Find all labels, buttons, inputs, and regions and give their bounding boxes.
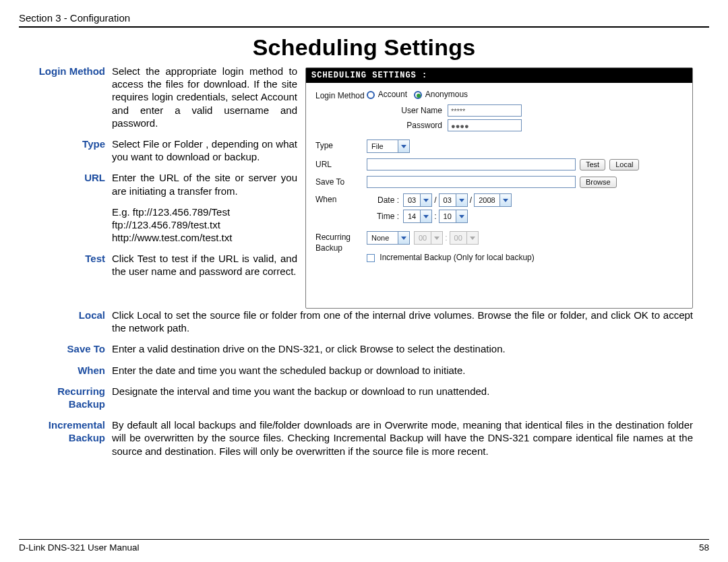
radio-account-label: Account [378,90,407,99]
incremental-checkbox[interactable] [367,254,375,262]
term-saveto: Save To [19,342,112,355]
radio-anonymous[interactable] [414,91,422,99]
date-dd-select[interactable]: 03 [439,193,468,207]
ss-saveto-label: Save To [315,176,367,188]
page-number: 58 [699,542,709,553]
body-local: Click Local to set the source file or fo… [112,309,693,334]
def-url-eg: E.g. ftp://123.456.789/Test ftp://123.45… [19,206,297,245]
header-section: Section 3 - Configuration [19,12,709,24]
time-mm-select[interactable]: 10 [439,210,468,223]
def-type: Type Select File or Folder , depending o… [19,137,297,163]
hr-bottom [19,539,709,540]
def-test: Test Click Test to test if the URL is va… [19,252,297,278]
body-test: Click Test to test if the URL is valid, … [112,252,297,278]
def-recurring: Recurring Backup Designate the interval … [19,385,693,410]
ss-type-label: Type [315,139,367,152]
ss-recurring-label: Recurring Backup [315,231,367,253]
recurring-hh-select: 00 [414,231,443,245]
type-select[interactable]: File [367,139,410,153]
body-url-eg: E.g. ftp://123.456.789/Test ftp://123.45… [112,206,297,245]
def-local: Local Click Local to set the source file… [19,309,693,334]
recurring-mm-select: 00 [450,231,479,245]
username-label: User Name [367,106,448,115]
body-saveto: Enter a valid destination drive on the D… [112,342,693,355]
url-input[interactable] [367,158,576,170]
screenshot-title: SCHEDULING SETTINGS : [306,68,692,83]
term-url: URL [19,171,112,197]
term-recurring: Recurring Backup [19,385,112,410]
def-when: When Enter the date and time you want th… [19,364,693,377]
local-button[interactable]: Local [609,159,639,170]
term-test: Test [19,252,112,278]
body-url: Enter the URL of the site or server you … [112,171,297,197]
incremental-label: Incremental Backup (Only for local backu… [380,253,534,262]
recurring-select[interactable]: None [367,231,410,245]
body-type: Select File or Folder , depending on wha… [112,137,297,163]
date-yy-select[interactable]: 2008 [474,193,511,207]
body-recurring: Designate the interval and time you want… [112,385,693,410]
radio-account[interactable] [367,91,375,99]
screenshot-panel: SCHEDULING SETTINGS : Login Method Accou… [305,67,693,309]
password-label: Password [367,121,448,130]
saveto-input[interactable] [367,176,576,188]
test-button[interactable]: Test [580,159,605,170]
radio-anonymous-label: Anonymous [425,90,468,99]
term-incremental: Incremental Backup [19,418,112,458]
content: Login Method Select the appropriate logi… [19,65,709,466]
password-input[interactable]: ●●●● [448,119,522,131]
term-when: When [19,364,112,377]
body-when: Enter the date and time you want the sch… [112,364,693,377]
time-label: Time : [367,212,403,221]
ss-login-method-label: Login Method [315,90,367,102]
page-title: Scheduling Settings [19,34,709,61]
def-saveto: Save To Enter a valid destination drive … [19,342,693,355]
footer-left: D-Link DNS-321 User Manual [19,542,140,553]
def-login-method: Login Method Select the appropriate logi… [19,65,297,129]
body-incremental: By default all local backups and file/fo… [112,418,693,458]
term-type: Type [19,137,112,163]
body-login-method: Select the appropriate login method to a… [112,65,297,129]
term-local: Local [19,309,112,334]
ss-url-label: URL [315,158,367,170]
hr-top [19,26,709,28]
time-hh-select[interactable]: 14 [403,210,432,223]
date-label: Date : [367,195,403,205]
def-url: URL Enter the URL of the site or server … [19,171,297,197]
ss-when-label: When [315,193,367,206]
footer: D-Link DNS-321 User Manual 58 [19,539,709,553]
username-input[interactable]: ***** [448,104,522,117]
browse-button[interactable]: Browse [580,177,617,188]
term-login-method: Login Method [19,65,112,129]
def-incremental: Incremental Backup By default all local … [19,418,693,458]
date-mm-select[interactable]: 03 [403,193,432,207]
